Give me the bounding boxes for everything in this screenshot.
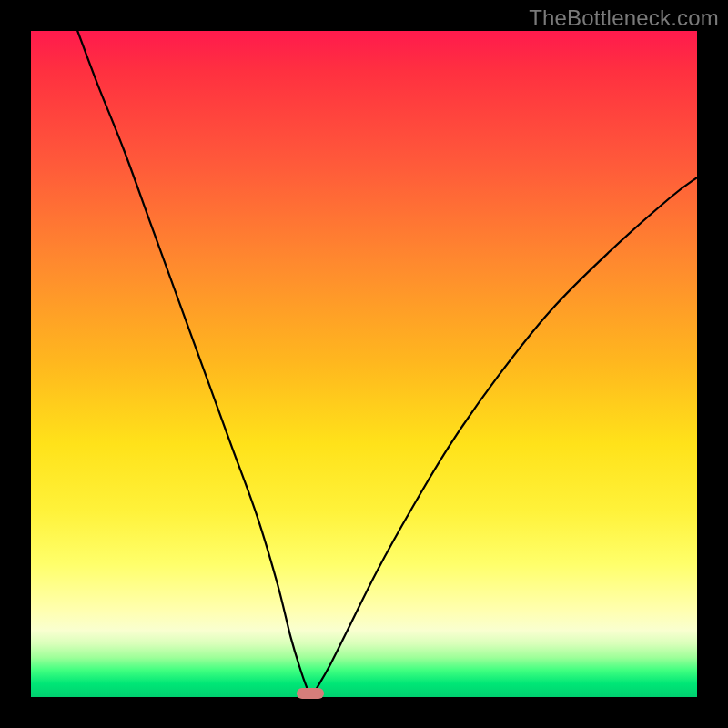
curve-overlay [31,31,697,697]
chart-frame: TheBottleneck.com [0,0,728,728]
notch-marker [297,688,324,699]
curve-right-branch [310,177,697,697]
watermark-text: TheBottleneck.com [529,5,719,31]
curve-left-branch [77,31,310,697]
